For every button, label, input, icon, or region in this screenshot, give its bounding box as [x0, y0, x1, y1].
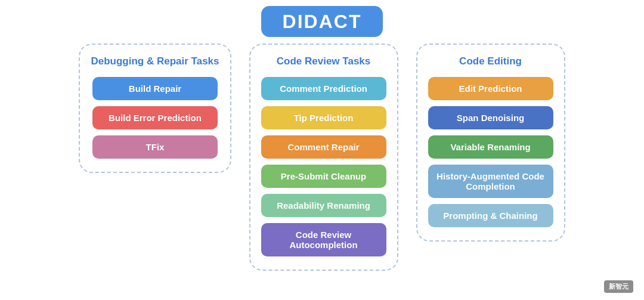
column-title-code-review: Code Review Tasks: [277, 55, 370, 67]
column-title-debugging: Debugging & Repair Tasks: [91, 55, 219, 67]
task-btn-comment-prediction[interactable]: Comment Prediction: [261, 77, 386, 100]
task-btn-build-error-prediction[interactable]: Build Error Prediction: [92, 106, 218, 129]
task-btn-pre-submit-cleanup[interactable]: Pre-Submit Cleanup: [261, 165, 386, 188]
task-btn-build-repair[interactable]: Build Repair: [92, 77, 218, 100]
task-btn-history-augmented-code-completion[interactable]: History-Augmented Code Completion: [428, 165, 553, 198]
watermark: 新智元: [604, 280, 633, 293]
task-btn-span-denoising[interactable]: Span Denoising: [428, 106, 553, 129]
app-title: DIDACT: [261, 6, 383, 37]
task-btn-readability-renaming[interactable]: Readability Renaming: [261, 194, 386, 217]
column-code-review: Code Review TasksComment PredictionTip P…: [249, 44, 398, 271]
task-btn-tfix[interactable]: TFix: [92, 135, 218, 159]
task-btn-variable-renaming[interactable]: Variable Renaming: [428, 135, 553, 159]
task-btn-comment-repair[interactable]: Comment Repair: [261, 135, 386, 159]
column-code-editing: Code EditingEdit PredictionSpan Denoisin…: [416, 44, 565, 242]
task-btn-tip-prediction[interactable]: Tip Prediction: [261, 106, 386, 129]
column-title-code-editing: Code Editing: [459, 55, 522, 67]
task-btn-edit-prediction[interactable]: Edit Prediction: [428, 77, 553, 100]
title-section: DIDACT: [261, 11, 383, 33]
column-debugging: Debugging & Repair TasksBuild RepairBuil…: [79, 44, 231, 173]
task-btn-code-review-autocompletion[interactable]: Code Review Autocompletion: [261, 223, 386, 256]
columns-container: Debugging & Repair TasksBuild RepairBuil…: [0, 44, 644, 271]
task-btn-prompting-&-chaining[interactable]: Prompting & Chaining: [428, 204, 553, 227]
